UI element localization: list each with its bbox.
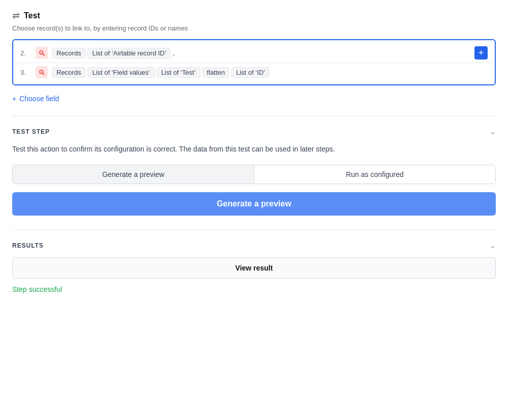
row-1-tokens: Records List of ‘Airtable record ID’ , <box>52 48 474 58</box>
row-1-cursor: , <box>173 49 178 57</box>
row-2-token-4: flatten <box>202 67 229 78</box>
divider-2 <box>12 230 496 230</box>
tab-run-as-configured[interactable]: Run as configured <box>254 165 495 184</box>
row-1-number: 2. <box>20 49 33 57</box>
svg-point-0 <box>40 51 43 54</box>
link-icon: ⇌ <box>12 10 20 21</box>
row-1-token-1: Records <box>52 48 85 58</box>
page-header: ⇌ Test <box>12 10 496 21</box>
row-2-token-3: List of ‘Test’ <box>157 67 200 78</box>
svg-line-3 <box>43 73 44 75</box>
row-2-number: 3. <box>20 69 33 76</box>
row-2-tokens: Records List of ‘Field values’ List of ‘… <box>52 67 488 78</box>
plus-icon: + <box>12 95 16 103</box>
test-tabs: Generate a preview Run as configured <box>12 165 496 184</box>
row-2-token-5: List of ‘ID’ <box>231 67 270 78</box>
field-input-container: 2. Records List of ‘Airtable record ID’ … <box>12 39 496 85</box>
row-1-search-button[interactable] <box>36 47 48 59</box>
view-result-button[interactable]: View result <box>12 257 496 279</box>
svg-line-1 <box>43 54 44 55</box>
test-step-chevron-icon[interactable]: ⌄ <box>489 127 496 136</box>
row-2-search-button[interactable] <box>36 66 48 78</box>
results-title: RESULTS <box>12 242 44 249</box>
results-section-header: RESULTS ⌄ <box>12 241 496 250</box>
field-row-2: 3. Records List of ‘Field values’ List o… <box>16 63 492 81</box>
divider-1 <box>12 116 496 116</box>
choose-field-label: Choose field <box>19 95 59 103</box>
add-row-button[interactable]: + <box>474 46 488 59</box>
test-step-description: Test this action to confirm its configur… <box>12 143 496 155</box>
row-2-token-1: Records <box>52 67 85 78</box>
row-1-token-2: List of ‘Airtable record ID’ <box>87 48 170 58</box>
subtitle: Choose record(s) to link to, by entering… <box>12 24 496 32</box>
field-row-1: 2. Records List of ‘Airtable record ID’ … <box>16 43 492 63</box>
results-section: RESULTS ⌄ View result Step successful <box>12 241 496 294</box>
test-step-title: TEST STEP <box>12 128 50 135</box>
test-step-section-header: TEST STEP ⌄ <box>12 127 496 136</box>
generate-preview-button[interactable]: Generate a preview <box>12 192 496 216</box>
row-2-token-2: List of ‘Field values’ <box>87 67 154 78</box>
step-success-status: Step successful <box>12 285 62 293</box>
tab-generate-preview[interactable]: Generate a preview <box>13 165 254 184</box>
page-title: Test <box>24 11 40 20</box>
results-chevron-icon[interactable]: ⌄ <box>489 241 496 250</box>
svg-point-2 <box>40 70 43 74</box>
choose-field-button[interactable]: + Choose field <box>12 94 59 104</box>
